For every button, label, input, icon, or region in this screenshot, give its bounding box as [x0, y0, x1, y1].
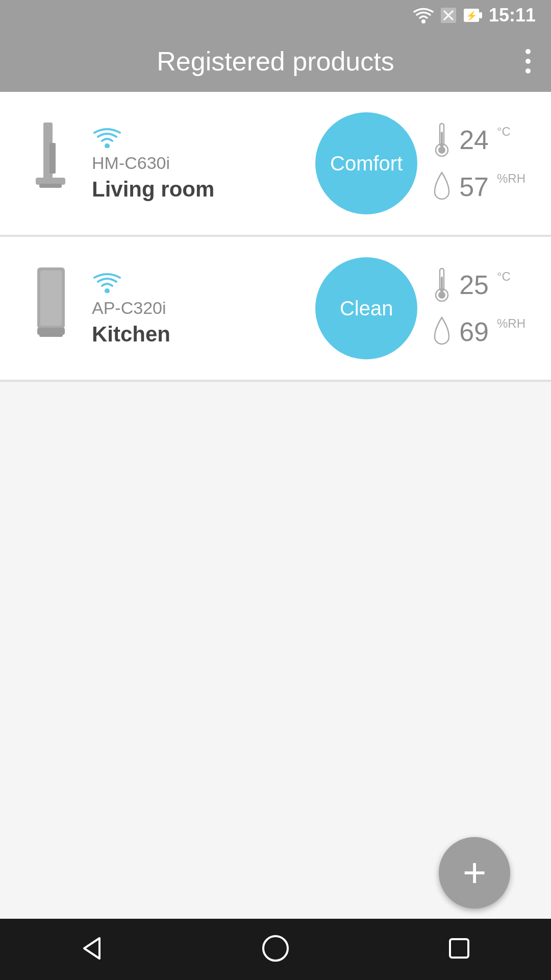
wifi-status-icon — [413, 7, 434, 23]
device-icon-2 — [26, 262, 77, 354]
svg-rect-19 — [39, 334, 63, 337]
products-list: HM-C630i Living room Comfort 24 °C — [0, 92, 551, 382]
thermometer-icon-2 — [433, 266, 451, 303]
temperature-unit-1: °C — [497, 125, 511, 139]
product-card-2[interactable]: AP-C320i Kitchen Clean 25 °C — [0, 237, 551, 381]
humidity-reading-1: 57 %RH — [433, 168, 525, 205]
temperature-value-2: 25 — [459, 272, 489, 298]
temperature-unit-2: °C — [497, 270, 511, 284]
svg-text:⚡: ⚡ — [466, 10, 478, 21]
status-label-2: Clean — [340, 297, 393, 320]
svg-rect-5 — [479, 12, 482, 18]
device-info-1: HM-C630i Living room — [92, 126, 300, 202]
menu-dot — [525, 59, 531, 64]
svg-point-0 — [421, 19, 425, 23]
product-card-1[interactable]: HM-C630i Living room Comfort 24 °C — [0, 92, 551, 236]
nav-bar — [0, 919, 551, 980]
battery-icon: ⚡ — [463, 7, 483, 24]
readings-2: 25 °C 69 %RH — [433, 266, 525, 350]
humidity-unit-1: %RH — [497, 172, 525, 186]
add-product-button[interactable]: + — [439, 837, 510, 909]
readings-1: 24 °C 57 %RH — [433, 121, 525, 205]
device-location-2: Kitchen — [92, 322, 300, 347]
svg-marker-25 — [84, 938, 99, 959]
humidity-unit-2: %RH — [497, 316, 525, 331]
wifi-connected-icon-1 — [92, 126, 300, 148]
svg-rect-18 — [37, 328, 65, 335]
humidity-icon-1 — [433, 168, 451, 205]
device-model-1: HM-C630i — [92, 153, 300, 173]
svg-rect-8 — [49, 143, 56, 174]
humidity-icon-2 — [433, 313, 451, 350]
status-icons: ⚡ 15:11 — [413, 5, 536, 26]
svg-rect-17 — [40, 271, 62, 326]
temperature-reading-2: 25 °C — [433, 266, 525, 303]
svg-point-26 — [263, 936, 288, 961]
svg-rect-14 — [441, 132, 443, 149]
svg-point-15 — [438, 146, 445, 154]
separator-2 — [0, 381, 551, 382]
device-icon-1 — [26, 117, 77, 209]
svg-point-11 — [105, 143, 110, 148]
device-info-2: AP-C320i Kitchen — [92, 271, 300, 347]
menu-dot — [525, 49, 531, 54]
page-title: Registered products — [157, 46, 394, 77]
svg-rect-9 — [36, 178, 65, 185]
svg-point-24 — [438, 291, 445, 299]
svg-rect-23 — [441, 277, 443, 294]
app-bar: Registered products — [0, 31, 551, 92]
page-wrapper: ⚡ 15:11 Registered products — [0, 0, 551, 980]
temperature-reading-1: 24 °C — [433, 121, 525, 158]
temperature-value-1: 24 — [459, 127, 489, 153]
svg-rect-10 — [39, 184, 62, 188]
status-label-1: Comfort — [330, 152, 403, 175]
signal-icon — [440, 7, 457, 24]
nav-home-button[interactable] — [260, 933, 291, 966]
humidity-reading-2: 69 %RH — [433, 313, 525, 350]
wifi-connected-icon-2 — [92, 271, 300, 293]
status-badge-2[interactable]: Clean — [315, 257, 417, 359]
svg-rect-27 — [450, 939, 468, 958]
more-options-button[interactable] — [525, 49, 531, 74]
nav-recents-button[interactable] — [444, 933, 474, 966]
nav-back-button[interactable] — [77, 933, 107, 966]
humidity-value-1: 57 — [459, 174, 489, 200]
menu-dot — [525, 68, 531, 74]
status-badge-1[interactable]: Comfort — [315, 112, 417, 214]
thermometer-icon-1 — [433, 121, 451, 158]
device-model-2: AP-C320i — [92, 298, 300, 318]
device-location-1: Living room — [92, 177, 300, 202]
humidity-value-2: 69 — [459, 318, 489, 345]
status-time: 15:11 — [489, 5, 536, 26]
add-icon: + — [463, 852, 487, 893]
status-bar: ⚡ 15:11 — [0, 0, 551, 31]
svg-point-20 — [105, 288, 110, 293]
